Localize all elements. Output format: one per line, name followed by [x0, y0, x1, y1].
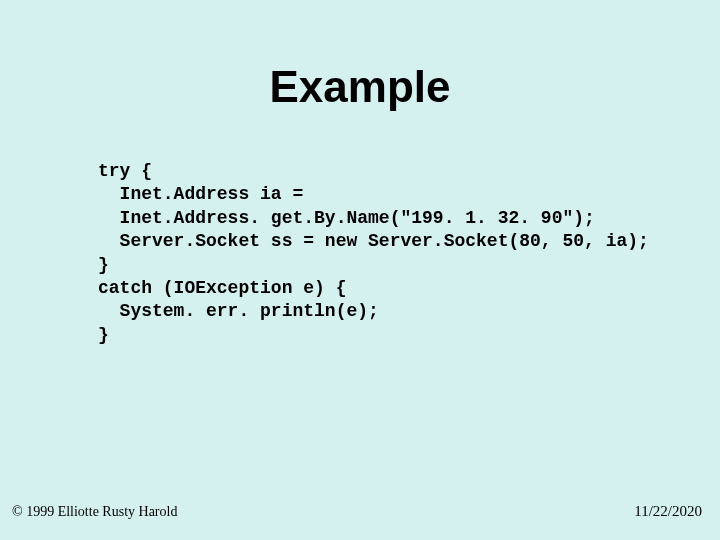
date-text: 11/22/2020 [634, 503, 702, 520]
code-block: try { Inet.Address ia = Inet.Address. ge… [98, 160, 649, 347]
slide-title: Example [0, 62, 720, 112]
slide: Example try { Inet.Address ia = Inet.Add… [0, 0, 720, 540]
copyright-text: © 1999 Elliotte Rusty Harold [12, 504, 177, 520]
